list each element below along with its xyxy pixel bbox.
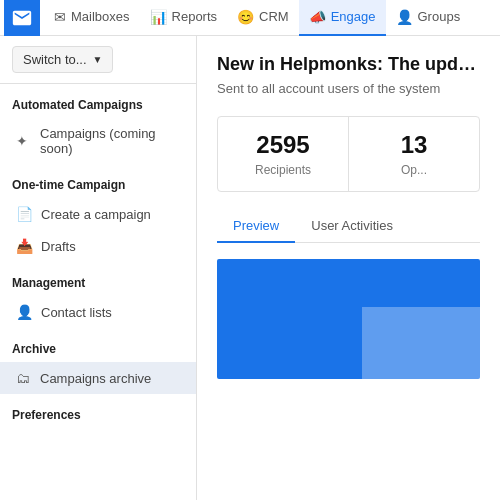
app-logo bbox=[4, 0, 40, 36]
nav-item-crm-label: CRM bbox=[259, 9, 289, 24]
sidebar-section-title-one-time-campaign: One-time Campaign bbox=[0, 164, 196, 198]
app-layout: Switch to... ▼ Automated Campaigns✦Campa… bbox=[0, 36, 500, 500]
opens-label: Op... bbox=[367, 163, 461, 177]
stat-recipients: 2595 Recipients bbox=[218, 117, 349, 191]
sidebar-item-drafts[interactable]: 📥Drafts bbox=[0, 230, 196, 262]
nav-item-reports-label: Reports bbox=[172, 9, 218, 24]
sidebar-section-title-automated-campaigns: Automated Campaigns bbox=[0, 84, 196, 118]
sidebar-switch-section: Switch to... ▼ bbox=[0, 36, 196, 84]
nav-item-reports[interactable]: 📊Reports bbox=[140, 0, 228, 36]
tab-user-activities[interactable]: User Activities bbox=[295, 210, 409, 243]
campaign-title: New in Helpmonks: The updated T bbox=[217, 54, 480, 75]
sidebar-item-create-campaign[interactable]: 📄Create a campaign bbox=[0, 198, 196, 230]
tab-preview[interactable]: Preview bbox=[217, 210, 295, 243]
engage-nav-icon: 📣 bbox=[309, 9, 326, 25]
campaign-subtitle: Sent to all account users of the system bbox=[217, 81, 480, 96]
sidebar-item-campaigns-archive[interactable]: 🗂Campaigns archive bbox=[0, 362, 196, 394]
nav-item-mailboxes-label: Mailboxes bbox=[71, 9, 130, 24]
sidebar-item-contact-lists-label: Contact lists bbox=[41, 305, 112, 320]
sidebar: Switch to... ▼ Automated Campaigns✦Campa… bbox=[0, 36, 197, 500]
switch-button[interactable]: Switch to... ▼ bbox=[12, 46, 113, 73]
nav-item-engage-label: Engage bbox=[331, 9, 376, 24]
sidebar-item-drafts-label: Drafts bbox=[41, 239, 76, 254]
groups-nav-icon: 👤 bbox=[396, 9, 413, 25]
nav-item-engage[interactable]: 📣Engage bbox=[299, 0, 386, 36]
drafts-icon: 📥 bbox=[16, 238, 33, 254]
main-content: New in Helpmonks: The updated T Sent to … bbox=[197, 36, 500, 500]
sidebar-item-campaigns-coming-soon-label: Campaigns (coming soon) bbox=[40, 126, 184, 156]
recipients-label: Recipients bbox=[236, 163, 330, 177]
sidebar-item-contact-lists[interactable]: 👤Contact lists bbox=[0, 296, 196, 328]
caret-icon: ▼ bbox=[93, 54, 103, 65]
nav-item-crm[interactable]: 😊CRM bbox=[227, 0, 299, 36]
contact-lists-icon: 👤 bbox=[16, 304, 33, 320]
crm-nav-icon: 😊 bbox=[237, 9, 254, 25]
opens-value: 13 bbox=[367, 131, 461, 159]
content-tabs: PreviewUser Activities bbox=[217, 210, 480, 243]
sidebar-section-title-management: Management bbox=[0, 262, 196, 296]
sidebar-section-title-preferences: Preferences bbox=[0, 394, 196, 428]
chart-bar bbox=[362, 307, 480, 379]
create-campaign-icon: 📄 bbox=[16, 206, 33, 222]
nav-item-groups[interactable]: 👤Groups bbox=[386, 0, 471, 36]
recipients-value: 2595 bbox=[236, 131, 330, 159]
stat-opens: 13 Op... bbox=[349, 117, 479, 191]
top-navigation: ✉Mailboxes📊Reports😊CRM📣Engage👤Groups bbox=[0, 0, 500, 36]
nav-item-groups-label: Groups bbox=[418, 9, 461, 24]
campaigns-archive-icon: 🗂 bbox=[16, 370, 32, 386]
reports-nav-icon: 📊 bbox=[150, 9, 167, 25]
stats-row: 2595 Recipients 13 Op... bbox=[217, 116, 480, 192]
campaigns-coming-soon-icon: ✦ bbox=[16, 133, 32, 149]
chart-area bbox=[217, 259, 480, 379]
nav-item-mailboxes[interactable]: ✉Mailboxes bbox=[44, 0, 140, 36]
mailboxes-nav-icon: ✉ bbox=[54, 9, 66, 25]
sidebar-item-campaigns-archive-label: Campaigns archive bbox=[40, 371, 151, 386]
switch-label: Switch to... bbox=[23, 52, 87, 67]
sidebar-item-campaigns-coming-soon[interactable]: ✦Campaigns (coming soon) bbox=[0, 118, 196, 164]
sidebar-item-create-campaign-label: Create a campaign bbox=[41, 207, 151, 222]
sidebar-section-title-archive: Archive bbox=[0, 328, 196, 362]
